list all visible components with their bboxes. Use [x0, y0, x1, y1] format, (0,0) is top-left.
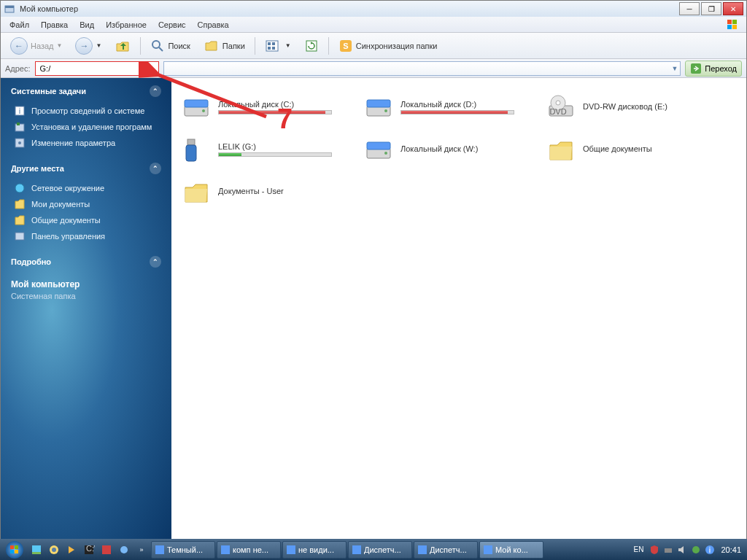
drive-item[interactable]: DVDDVD-RW дисковод (E:)	[545, 91, 698, 123]
sync-label: Синхронизация папки	[356, 42, 438, 50]
close-button[interactable]: ✕	[723, 2, 743, 15]
svg-point-23	[15, 184, 24, 192]
drive-label: Общие документы	[583, 144, 697, 153]
menu-help[interactable]: Справка	[192, 18, 235, 31]
sync-button[interactable]: S Синхронизация папки	[333, 36, 443, 56]
quicklaunch-msn[interactable]	[116, 542, 132, 558]
drive-item[interactable]: Локальный диск (D:)	[363, 91, 516, 123]
drive-item[interactable]: Локальный диск (C:)	[180, 91, 333, 123]
taskbar-button[interactable]: Диспетч...	[348, 541, 412, 559]
content-pane[interactable]: Локальный диск (C:)Локальный диск (D:)DV…	[171, 78, 746, 542]
forward-arrow-icon: →	[75, 37, 93, 55]
task-label: не види...	[298, 545, 334, 554]
drive-label: Локальный диск (D:)	[400, 100, 514, 109]
refresh-button[interactable]	[299, 36, 324, 56]
drive-item[interactable]: Документы - User	[180, 176, 333, 208]
app-icon	[286, 545, 296, 555]
menu-edit[interactable]: Правка	[35, 18, 74, 31]
task-label: Темный...	[167, 545, 203, 554]
quicklaunch-cmd[interactable]: C:\	[81, 542, 97, 558]
up-button[interactable]	[109, 35, 136, 57]
svg-rect-4	[727, 25, 732, 29]
forward-dropdown-icon: ▼	[96, 42, 101, 49]
addressbar: Адрес: ▼ Переход	[1, 59, 746, 78]
sidebar-item-label: Изменение параметра	[31, 139, 115, 147]
back-label: Назад	[31, 42, 54, 50]
sidebar-item-network[interactable]: Сетевое окружение	[11, 180, 161, 196]
refresh-icon	[304, 39, 319, 53]
quicklaunch-chrome[interactable]	[46, 542, 62, 558]
sidebar-item-label: Просмотр сведений о системе	[31, 106, 144, 115]
menu-view[interactable]: Вид	[74, 18, 100, 31]
drive-item[interactable]: LELIK (G:)	[180, 133, 333, 166]
app-icon	[155, 545, 165, 555]
taskbar-button[interactable]: не види...	[282, 541, 347, 559]
taskbar-button[interactable]: комп не...	[217, 541, 281, 559]
svg-rect-47	[15, 550, 18, 553]
titlebar[interactable]: Мой компьютер ─ ❐ ✕	[1, 1, 746, 17]
quicklaunch-expand[interactable]: »	[133, 542, 150, 558]
task-label: Диспетч...	[430, 545, 467, 554]
menu-file[interactable]: Файл	[4, 18, 35, 31]
quicklaunch-app[interactable]	[98, 542, 115, 558]
back-button[interactable]: ← Назад ▼	[5, 34, 67, 58]
explorer-window: Мой компьютер ─ ❐ ✕ Файл Правка Вид Избр…	[0, 0, 747, 539]
quicklaunch-winamp[interactable]	[63, 542, 80, 558]
start-button[interactable]	[1, 540, 28, 560]
sidebar-item-my-documents[interactable]: Мои документы	[11, 196, 161, 212]
sidebar-item-control-panel[interactable]: Панель управления	[11, 228, 161, 244]
drive-item[interactable]: Локальный диск (W:)	[363, 133, 516, 166]
go-label: Переход	[705, 64, 737, 73]
svg-text:C:\: C:\	[86, 544, 95, 553]
menu-favorites[interactable]: Избранное	[100, 18, 152, 31]
svg-rect-57	[221, 545, 230, 554]
drive-icon	[364, 135, 393, 164]
drive-item[interactable]: Общие документы	[545, 133, 698, 166]
sidebar-item-label: Общие документы	[31, 216, 101, 225]
view-button[interactable]: ▼	[260, 36, 296, 56]
taskbar-button[interactable]: Мой ко...	[479, 541, 543, 559]
search-icon	[150, 39, 165, 53]
folders-button[interactable]: Папки	[198, 36, 250, 56]
system-tasks-header[interactable]: Системные задачи ⌃	[11, 85, 161, 97]
sidebar-item-settings[interactable]: Изменение параметра	[11, 135, 161, 151]
search-button[interactable]: Поиск	[145, 36, 195, 56]
svg-rect-59	[352, 545, 361, 554]
address-input[interactable]	[35, 61, 159, 76]
usage-bar	[218, 110, 332, 114]
tray-shield-icon[interactable]	[649, 544, 660, 556]
svg-text:DVD: DVD	[549, 107, 566, 116]
minimize-button[interactable]: ─	[679, 2, 700, 15]
address-dropdown[interactable]: ▼	[163, 61, 681, 76]
sidebar-item-shared-docs[interactable]: Общие документы	[11, 212, 161, 228]
go-button[interactable]: Переход	[685, 61, 742, 77]
menu-tools[interactable]: Сервис	[152, 18, 192, 31]
sidebar-item-add-remove[interactable]: Установка и удаление программ	[11, 119, 161, 135]
taskbar-button[interactable]: Диспетч...	[414, 541, 478, 559]
docs-icon	[14, 198, 26, 210]
tray-info-icon[interactable]: i	[704, 544, 716, 556]
app-icon	[352, 545, 362, 555]
other-places-title: Другие места	[11, 164, 64, 173]
tray-printer-icon[interactable]	[662, 544, 674, 556]
other-places-header[interactable]: Другие места ⌃	[11, 163, 161, 174]
app-icon	[483, 545, 493, 555]
forward-button[interactable]: → ▼	[70, 34, 107, 58]
sidebar-item-system-info[interactable]: i Просмотр сведений о системе	[11, 103, 161, 119]
taskbar-button[interactable]: Темный...	[151, 541, 215, 559]
folder-up-icon	[115, 38, 131, 54]
maximize-button[interactable]: ❐	[701, 2, 721, 15]
clock[interactable]: 20:41	[721, 545, 741, 554]
language-indicator[interactable]: EN	[631, 545, 647, 553]
quicklaunch-desktop[interactable]	[28, 542, 44, 558]
sidebar-item-label: Мои документы	[31, 200, 90, 209]
app-icon	[220, 545, 231, 555]
svg-rect-44	[10, 545, 14, 549]
tray-safely-remove-icon[interactable]	[690, 544, 702, 556]
details-header[interactable]: Подробно ⌃	[11, 256, 161, 268]
tray-volume-icon[interactable]	[676, 544, 688, 556]
shared-icon	[14, 214, 26, 226]
toolbar-separator-3	[328, 37, 329, 55]
drive-icon	[182, 93, 211, 122]
app-icon	[417, 545, 427, 555]
